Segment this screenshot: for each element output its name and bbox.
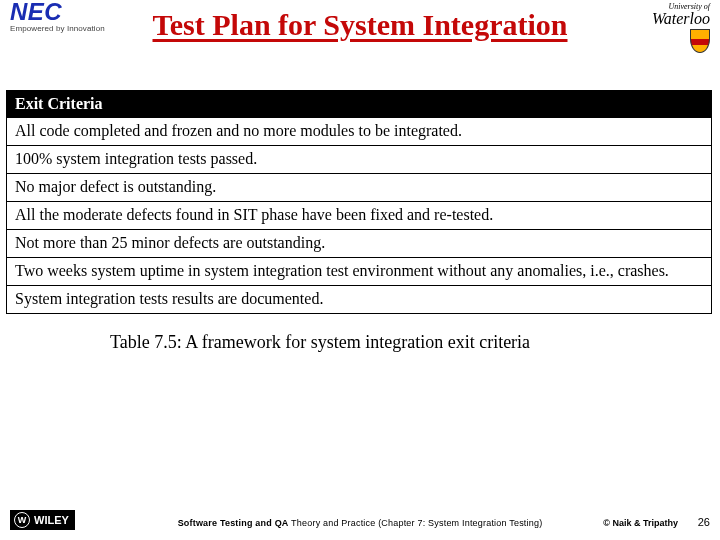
table-cell: Not more than 25 minor defects are outst… (7, 230, 712, 258)
footer-center-rest: Theory and Practice (Chapter 7: System I… (289, 518, 543, 528)
table-row: System integration tests results are doc… (7, 286, 712, 314)
nec-logo: NEC Empowered by Innovation (10, 0, 105, 33)
waterloo-crest-icon (690, 29, 710, 53)
table-row: All the moderate defects found in SIT ph… (7, 202, 712, 230)
table-cell: All code completed and frozen and no mor… (7, 118, 712, 146)
table-header-row: Exit Criteria (7, 91, 712, 118)
nec-logo-text: NEC (10, 0, 62, 25)
table-cell: System integration tests results are doc… (7, 286, 712, 314)
footer-center-bold: Software Testing and QA (178, 518, 289, 528)
exit-criteria-table: Exit Criteria All code completed and fro… (6, 90, 712, 314)
table-cell: No major defect is outstanding. (7, 174, 712, 202)
table-row: 100% system integration tests passed. (7, 146, 712, 174)
footer-copyright: © Naik & Tripathy (603, 518, 678, 528)
table-cell: Two weeks system uptime in system integr… (7, 258, 712, 286)
slide-footer: W WILEY Software Testing and QA Theory a… (0, 504, 720, 532)
table-row: No major defect is outstanding. (7, 174, 712, 202)
page-number: 26 (698, 516, 710, 528)
table-header-cell: Exit Criteria (7, 91, 712, 118)
slide: NEC Empowered by Innovation Test Plan fo… (0, 0, 720, 540)
exit-criteria-table-wrap: Exit Criteria All code completed and fro… (6, 90, 712, 314)
table-cell: 100% system integration tests passed. (7, 146, 712, 174)
table-cell: All the moderate defects found in SIT ph… (7, 202, 712, 230)
table-row: Two weeks system uptime in system integr… (7, 258, 712, 286)
slide-title: Test Plan for System Integration (0, 6, 720, 42)
waterloo-logo: University of Waterloo (652, 2, 710, 57)
waterloo-line2: Waterloo (652, 11, 710, 27)
slide-header: NEC Empowered by Innovation Test Plan fo… (0, 0, 720, 58)
table-row: Not more than 25 minor defects are outst… (7, 230, 712, 258)
nec-tagline: Empowered by Innovation (10, 24, 105, 33)
table-row: All code completed and frozen and no mor… (7, 118, 712, 146)
table-caption: Table 7.5: A framework for system integr… (110, 332, 720, 353)
